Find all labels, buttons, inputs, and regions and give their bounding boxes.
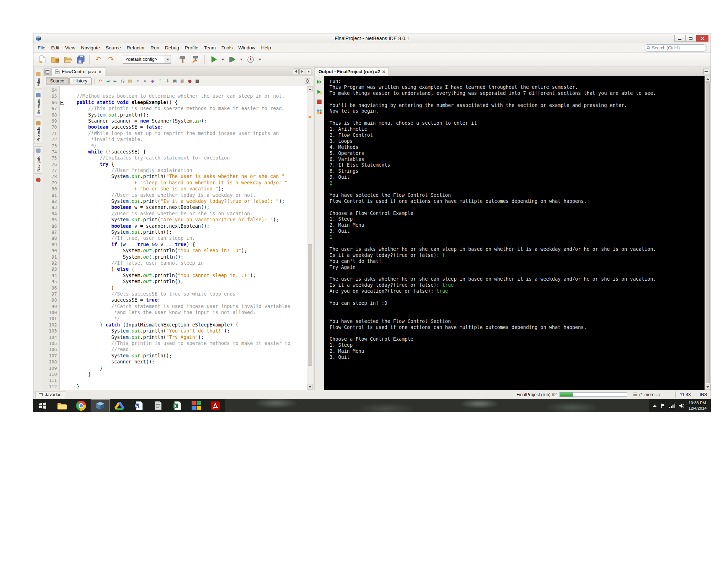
- code-line-74[interactable]: while (!successSE) {: [60, 149, 307, 155]
- code-line-66[interactable]: public static void sleepExample() {: [60, 99, 307, 106]
- new-file-button[interactable]: [36, 54, 48, 65]
- rerun-button[interactable]: [316, 79, 323, 85]
- new-project-button[interactable]: [49, 54, 61, 65]
- find-selection-icon[interactable]: ◎: [119, 78, 126, 85]
- run-button[interactable]: [208, 54, 219, 65]
- next-occurrence-icon[interactable]: ↓: [164, 78, 171, 85]
- volume-icon[interactable]: [679, 403, 685, 408]
- menu-view[interactable]: View: [62, 44, 78, 52]
- code-line-82[interactable]: System.out.print("Is it a weekday today?…: [60, 198, 307, 204]
- javadoc-minimized-tab[interactable]: Javadoc: [35, 391, 65, 398]
- code-line-93[interactable]: } else {: [60, 266, 307, 272]
- save-all-button[interactable]: [75, 54, 86, 65]
- config-combobox[interactable]: <default config>: [123, 55, 171, 64]
- code-line-89[interactable]: if (w == true && v == true) {: [60, 242, 307, 248]
- toggle-bookmark-icon[interactable]: ◆: [149, 78, 156, 85]
- redo-button[interactable]: ↷: [105, 54, 117, 65]
- code-line-104[interactable]: System.out.println("Try Again");: [60, 334, 307, 340]
- menu-window[interactable]: Window: [236, 44, 258, 52]
- stop-button[interactable]: [316, 98, 323, 105]
- code-line-73[interactable]: */: [60, 143, 307, 149]
- code-line-105[interactable]: //This println is used to sperate method…: [60, 340, 307, 346]
- profile-button[interactable]: [245, 54, 256, 65]
- open-project-button[interactable]: [62, 54, 74, 65]
- code-line-107[interactable]: System.out.println();: [60, 353, 307, 359]
- code-line-87[interactable]: System.out.println();: [60, 229, 307, 235]
- code-editor[interactable]: //Method uses boolean to determine wheth…: [60, 86, 307, 390]
- next-bookmark-icon[interactable]: »: [142, 78, 149, 85]
- more-processes-button[interactable]: (1 more...): [631, 392, 663, 397]
- file-explorer-button[interactable]: [52, 399, 71, 412]
- prev-occurrence-icon[interactable]: ↑: [157, 78, 164, 85]
- word-doc-button[interactable]: [129, 399, 148, 412]
- prev-bookmark-icon[interactable]: «: [134, 78, 141, 85]
- editor-scrollbar[interactable]: [307, 86, 313, 390]
- hidden-icons-icon[interactable]: [653, 405, 657, 407]
- code-line-98[interactable]: successSE = true;: [60, 297, 307, 303]
- taskbar-clock[interactable]: 10:38 PM 12/4/2014: [689, 400, 707, 411]
- output-scrollbar-thumb[interactable]: [706, 82, 710, 383]
- menu-tools[interactable]: Tools: [219, 44, 236, 52]
- highlight-icon[interactable]: ▨: [127, 78, 134, 85]
- menu-navigate[interactable]: Navigate: [78, 44, 103, 52]
- code-line-75[interactable]: //Initiates try-catch statement for exce…: [60, 155, 307, 161]
- menu-run[interactable]: Run: [148, 44, 162, 52]
- comment-icon[interactable]: ▤: [172, 78, 178, 85]
- search-input[interactable]: [652, 45, 704, 50]
- excel-doc-button[interactable]: [167, 399, 187, 412]
- expand-editor-button[interactable]: [305, 78, 310, 84]
- debug-dropdown[interactable]: [239, 54, 243, 65]
- notes-doc-button[interactable]: [148, 399, 167, 412]
- combo-caret[interactable]: [165, 55, 171, 63]
- code-line-111[interactable]: [60, 377, 307, 383]
- profile-dropdown[interactable]: [257, 54, 262, 65]
- code-line-108[interactable]: scanner.next();: [60, 359, 307, 365]
- minimize-output-button[interactable]: [703, 69, 709, 74]
- code-line-97[interactable]: //Sets successSE to true so while loop e…: [60, 291, 307, 297]
- source-view-button[interactable]: Source: [46, 77, 69, 85]
- code-line-92[interactable]: //If false, user cannot sleep in: [60, 260, 307, 266]
- code-line-64[interactable]: [60, 87, 307, 93]
- menu-source[interactable]: Source: [103, 44, 124, 52]
- menu-edit[interactable]: Edit: [48, 44, 62, 52]
- action-center-flag-icon[interactable]: [660, 403, 665, 409]
- stop-macro-icon[interactable]: ■: [194, 78, 201, 85]
- fold-collapse-icon[interactable]: [60, 99, 65, 106]
- minimize-button[interactable]: [674, 35, 685, 42]
- notifications-icon[interactable]: [36, 178, 41, 182]
- scroll-down-icon[interactable]: [307, 384, 313, 390]
- code-line-112[interactable]: }: [60, 384, 307, 390]
- code-line-101[interactable]: */: [60, 315, 307, 321]
- code-line-110[interactable]: }: [60, 371, 307, 377]
- run-dropdown[interactable]: [220, 54, 225, 65]
- code-line-100[interactable]: *and lets the user know the input is not…: [60, 309, 307, 315]
- menu-file[interactable]: File: [35, 44, 48, 52]
- rail-tab-files[interactable]: Files: [34, 70, 42, 88]
- task-progress-bar[interactable]: [560, 392, 627, 397]
- scroll-down-icon[interactable]: [705, 384, 711, 390]
- code-line-91[interactable]: System.out.println();: [60, 254, 307, 260]
- code-line-88[interactable]: //If true, user can sleep in.: [60, 235, 307, 241]
- code-line-79[interactable]: + "sleep in based on whether it is a wee…: [60, 180, 307, 186]
- code-line-85[interactable]: System.out.print("Are you on vacation?(t…: [60, 217, 307, 223]
- rerun-with-args-button[interactable]: [316, 88, 323, 95]
- scroll-up-icon[interactable]: [705, 76, 711, 82]
- start-button[interactable]: [33, 399, 52, 412]
- code-line-77[interactable]: //User friendly explaination: [60, 167, 307, 173]
- tab-flowcontrol-java[interactable]: FlowControl.java: [52, 67, 105, 76]
- adobe-reader-button[interactable]: [206, 399, 225, 412]
- back-icon[interactable]: ◄: [105, 78, 111, 85]
- maximize-button[interactable]: [685, 35, 696, 42]
- code-line-80[interactable]: + "he or she is on vacation.");: [60, 186, 307, 192]
- build-button[interactable]: [177, 54, 189, 65]
- rail-tab-projects[interactable]: Projects: [34, 119, 42, 144]
- code-line-71[interactable]: /*While loop is set up to reprint the me…: [60, 130, 307, 136]
- debug-button[interactable]: [226, 54, 238, 65]
- code-line-81[interactable]: //User is asked whether today is a weekd…: [60, 192, 307, 198]
- search-box[interactable]: [644, 44, 707, 52]
- editor-scrollbar-thumb[interactable]: [308, 244, 312, 366]
- code-line-70[interactable]: boolean successSE = false;: [60, 124, 307, 130]
- code-line-109[interactable]: }: [60, 365, 307, 371]
- network-icon[interactable]: [669, 403, 675, 408]
- code-line-76[interactable]: try {: [60, 161, 307, 167]
